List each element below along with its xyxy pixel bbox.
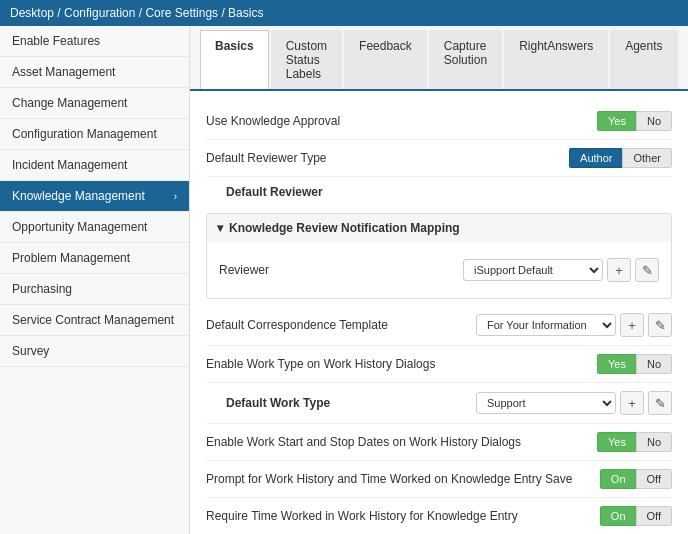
correspondence-edit-button[interactable]: ✎ <box>648 313 672 337</box>
sidebar-item-knowledge-management[interactable]: Knowledge Management › <box>0 181 189 212</box>
sidebar-item-asset-management[interactable]: Asset Management <box>0 57 189 88</box>
yes-button[interactable]: Yes <box>597 432 636 452</box>
off-button[interactable]: Off <box>636 469 672 489</box>
use-knowledge-approval-label: Use Knowledge Approval <box>206 114 597 128</box>
default-work-type-row: Default Work Type Support + ✎ <box>206 383 672 424</box>
tab-agents[interactable]: Agents <box>610 30 677 89</box>
no-button[interactable]: No <box>636 432 672 452</box>
sidebar-item-label: Asset Management <box>12 65 115 79</box>
collapsible-title: Knowledge Review Notification Mapping <box>229 221 460 235</box>
sidebar-item-opportunity-management[interactable]: Opportunity Management <box>0 212 189 243</box>
sidebar-item-label: Enable Features <box>12 34 100 48</box>
other-button[interactable]: Other <box>622 148 672 168</box>
sidebar-item-label: Incident Management <box>12 158 127 172</box>
enable-work-type-toggle: Yes No <box>597 354 672 374</box>
prompt-work-history-control: On Off <box>600 469 672 489</box>
work-type-add-button[interactable]: + <box>620 391 644 415</box>
default-reviewer-type-label: Default Reviewer Type <box>206 151 569 165</box>
prompt-work-history-toggle: On Off <box>600 469 672 489</box>
sidebar-item-label: Change Management <box>12 96 127 110</box>
use-knowledge-approval-row: Use Knowledge Approval Yes No <box>206 103 672 140</box>
reviewer-label: Reviewer <box>219 263 463 277</box>
sidebar-item-label: Service Contract Management <box>12 313 174 327</box>
enable-work-type-row: Enable Work Type on Work History Dialogs… <box>206 346 672 383</box>
author-button[interactable]: Author <box>569 148 622 168</box>
prompt-work-history-label: Prompt for Work History and Time Worked … <box>206 472 600 486</box>
sidebar-item-survey[interactable]: Survey <box>0 336 189 367</box>
default-work-type-control: Support + ✎ <box>476 391 672 415</box>
reviewer-control: iSupport Default + ✎ <box>463 258 659 282</box>
enable-work-start-stop-toggle: Yes No <box>597 432 672 452</box>
sidebar-item-problem-management[interactable]: Problem Management <box>0 243 189 274</box>
main-container: Enable Features Asset Management Change … <box>0 26 688 534</box>
require-time-worked-toggle: On Off <box>600 506 672 526</box>
sidebar-item-label: Opportunity Management <box>12 220 147 234</box>
default-reviewer-label: Default Reviewer <box>206 185 672 199</box>
collapsible-body: Reviewer iSupport Default + ✎ <box>207 242 671 298</box>
settings-body: Use Knowledge Approval Yes No Default Re… <box>190 91 688 534</box>
correspondence-dropdown[interactable]: For Your Information <box>476 314 616 336</box>
sidebar: Enable Features Asset Management Change … <box>0 26 190 534</box>
require-time-worked-label: Require Time Worked in Work History for … <box>206 509 600 523</box>
enable-work-type-control: Yes No <box>597 354 672 374</box>
correspondence-add-button[interactable]: + <box>620 313 644 337</box>
sidebar-item-label: Survey <box>12 344 49 358</box>
require-time-worked-control: On Off <box>600 506 672 526</box>
work-type-dropdown[interactable]: Support <box>476 392 616 414</box>
breadcrumb: Desktop / Configuration / Core Settings … <box>10 6 263 20</box>
sidebar-item-purchasing[interactable]: Purchasing <box>0 274 189 305</box>
default-reviewer-type-control: Author Other <box>569 148 672 168</box>
no-button[interactable]: No <box>636 354 672 374</box>
yes-button[interactable]: Yes <box>597 354 636 374</box>
default-correspondence-label: Default Correspondence Template <box>206 318 476 332</box>
sidebar-item-label: Purchasing <box>12 282 72 296</box>
tab-capture-solution[interactable]: Capture Solution <box>429 30 502 89</box>
reviewer-type-toggle: Author Other <box>569 148 672 168</box>
require-time-worked-row: Require Time Worked in Work History for … <box>206 498 672 534</box>
default-correspondence-row: Default Correspondence Template For Your… <box>206 305 672 346</box>
tab-basics[interactable]: Basics <box>200 30 269 89</box>
chevron-down-icon: ▾ <box>217 221 223 235</box>
reviewer-dropdown[interactable]: iSupport Default <box>463 259 603 281</box>
tab-rightanswers[interactable]: RightAnswers <box>504 30 608 89</box>
sidebar-item-service-contract[interactable]: Service Contract Management <box>0 305 189 336</box>
prompt-work-history-row: Prompt for Work History and Time Worked … <box>206 461 672 498</box>
default-correspondence-control: For Your Information + ✎ <box>476 313 672 337</box>
enable-work-start-stop-label: Enable Work Start and Stop Dates on Work… <box>206 435 597 449</box>
tab-feedback[interactable]: Feedback <box>344 30 427 89</box>
knowledge-review-section: ▾ Knowledge Review Notification Mapping … <box>206 213 672 299</box>
off-button[interactable]: Off <box>636 506 672 526</box>
collapsible-header[interactable]: ▾ Knowledge Review Notification Mapping <box>207 214 671 242</box>
default-reviewer-row: Default Reviewer <box>206 177 672 207</box>
on-button[interactable]: On <box>600 469 636 489</box>
chevron-right-icon: › <box>174 191 177 202</box>
reviewer-add-button[interactable]: + <box>607 258 631 282</box>
sidebar-item-incident-management[interactable]: Incident Management <box>0 150 189 181</box>
sidebar-item-label: Knowledge Management <box>12 189 145 203</box>
sidebar-item-configuration-management[interactable]: Configuration Management <box>0 119 189 150</box>
reviewer-edit-button[interactable]: ✎ <box>635 258 659 282</box>
sidebar-item-label: Problem Management <box>12 251 130 265</box>
enable-work-type-label: Enable Work Type on Work History Dialogs <box>206 357 597 371</box>
no-button[interactable]: No <box>636 111 672 131</box>
default-work-type-label: Default Work Type <box>206 396 476 410</box>
sidebar-item-enable-features[interactable]: Enable Features <box>0 26 189 57</box>
enable-work-start-stop-control: Yes No <box>597 432 672 452</box>
enable-work-start-stop-row: Enable Work Start and Stop Dates on Work… <box>206 424 672 461</box>
default-reviewer-type-row: Default Reviewer Type Author Other <box>206 140 672 177</box>
tab-custom-status-labels[interactable]: Custom Status Labels <box>271 30 342 89</box>
yes-button[interactable]: Yes <box>597 111 636 131</box>
work-type-edit-button[interactable]: ✎ <box>648 391 672 415</box>
reviewer-row: Reviewer iSupport Default + ✎ <box>219 250 659 290</box>
use-knowledge-approval-control: Yes No <box>597 111 672 131</box>
sidebar-item-change-management[interactable]: Change Management <box>0 88 189 119</box>
tabs-bar: Basics Custom Status Labels Feedback Cap… <box>190 26 688 91</box>
on-button[interactable]: On <box>600 506 636 526</box>
sidebar-item-label: Configuration Management <box>12 127 157 141</box>
content-area: Basics Custom Status Labels Feedback Cap… <box>190 26 688 534</box>
topbar: Desktop / Configuration / Core Settings … <box>0 0 688 26</box>
use-knowledge-approval-toggle: Yes No <box>597 111 672 131</box>
